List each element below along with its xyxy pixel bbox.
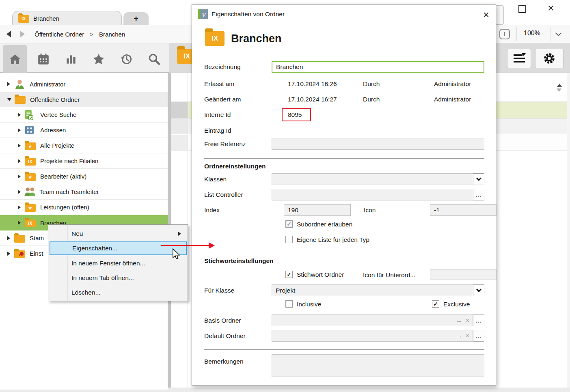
icon-unterordner-input[interactable] (430, 269, 497, 280)
expand-icon[interactable] (18, 159, 21, 163)
subordner-checkbox[interactable]: ✓ (285, 220, 293, 228)
field-label: Freie Referenz (204, 138, 246, 150)
clear-icon[interactable]: × (466, 332, 469, 340)
goto-arrow-icon[interactable]: → (456, 332, 462, 340)
sidebar-item-team-nach-teamleiter[interactable]: Team nach Teamleiter (0, 184, 168, 200)
clear-icon[interactable]: × (466, 317, 469, 324)
basis-ordner-input[interactable]: → × (272, 314, 473, 326)
browse-button[interactable]: … (473, 314, 484, 326)
home-button[interactable] (3, 45, 27, 73)
menu-item-eigenschaften[interactable]: Eigenschaften... (50, 241, 187, 255)
expand-icon[interactable] (18, 190, 21, 194)
notification-button[interactable]: ! (499, 29, 510, 39)
row-klassen: Klassen (204, 173, 484, 185)
checkbox-label: Inclusive (297, 300, 321, 308)
checkbox-label: Subordner erlauben (297, 220, 352, 228)
row-selector[interactable] (171, 135, 188, 151)
sidebar-item-adressen[interactable]: Adressen (0, 123, 168, 138)
row-interne-id: Interne Id 8095 (204, 109, 484, 121)
list-controller-input[interactable]: … (272, 189, 484, 200)
dropdown-button[interactable] (473, 284, 484, 296)
sidebar-item-bearbeiter-aktiv[interactable]: ★ Bearbeiter (aktiv) (0, 169, 168, 184)
menu-item-neues-fenster[interactable]: In neuem Fenster öffnen... (50, 256, 187, 270)
sidebar-item-vertec-suche[interactable]: Vertec Suche (0, 107, 168, 123)
field-label: Eintrag Id (204, 125, 231, 137)
collapse-toolbar-button[interactable] (556, 32, 561, 35)
ellipsis-icon: … (475, 191, 482, 198)
menu-label: Neu (71, 230, 83, 237)
field-label: Bemerkungen (204, 358, 244, 366)
expand-icon[interactable] (18, 113, 21, 117)
check-icon: ✓ (287, 221, 291, 227)
favorites-button[interactable] (87, 45, 110, 73)
section-heading-ordnereinstellungen: Ordnereinstellungen (204, 163, 266, 170)
goto-arrow-icon[interactable]: → (456, 317, 462, 324)
main-toolbar (0, 43, 169, 73)
zoom-level[interactable]: 100% (524, 30, 540, 37)
expand-icon[interactable] (7, 82, 10, 86)
index-input[interactable]: 190 (284, 204, 351, 216)
default-ordner-input[interactable]: → × (272, 330, 473, 342)
tab-branchen[interactable]: IX Branchen (12, 11, 122, 25)
menu-item-loeschen[interactable]: Löschen... (50, 286, 187, 299)
history-button[interactable] (114, 45, 138, 73)
expand-icon[interactable] (7, 236, 10, 240)
sort-desc-icon (557, 88, 561, 92)
maximize-button[interactable] (518, 5, 526, 13)
dialog-title: Eigenschaften von Ordner (212, 11, 285, 18)
sort-arrows[interactable] (557, 84, 562, 92)
collapse-icon[interactable] (7, 98, 11, 101)
vertical-scrollbar[interactable] (567, 73, 570, 390)
dialog-header-title: Branchen (231, 32, 282, 45)
list-menu-icon (514, 54, 525, 62)
sidebar-item-alle-projekte[interactable]: ★ Alle Projekte (0, 138, 168, 153)
window-close-button[interactable]: × (548, 4, 554, 13)
dialog-titlebar[interactable]: v Eigenschaften von Ordner (192, 4, 496, 24)
tree-label: Öffentliche Ordner (30, 96, 80, 103)
stichwort-ordner-checkbox[interactable]: ✓ (285, 271, 293, 278)
separator (551, 27, 551, 41)
expand-icon[interactable] (18, 144, 21, 148)
expand-icon[interactable] (18, 128, 21, 132)
expand-icon[interactable] (18, 221, 21, 225)
browse-button[interactable]: … (473, 189, 484, 200)
freie-referenz-input[interactable] (272, 138, 484, 150)
settings-button[interactable] (535, 49, 564, 68)
icon-unterordner-label: Icon für Unterord... (363, 269, 415, 281)
folder-icon (14, 235, 25, 243)
folder-ix-icon: IX (25, 220, 36, 227)
row-selector[interactable] (171, 119, 188, 134)
back-button[interactable] (6, 31, 11, 37)
new-tab-button[interactable]: + (123, 12, 149, 25)
row-fuer-klasse: Für Klasse Projekt (204, 284, 484, 297)
icon-input[interactable]: -1 (430, 204, 497, 216)
section-divider (204, 158, 484, 159)
breadcrumb-folder[interactable]: Öffentliche Ordner (35, 31, 84, 38)
menu-item-neuer-tab[interactable]: In neuem Tab öffnen... (50, 271, 187, 285)
sidebar-item-projekte-nach-filialen[interactable]: IX Projekte nach Filialen (0, 153, 168, 169)
inclusive-checkbox[interactable] (285, 300, 293, 308)
bezeichnung-input[interactable]: Branchen (272, 61, 484, 73)
expand-icon[interactable] (18, 205, 21, 209)
breadcrumb-current[interactable]: Branchen (99, 31, 125, 38)
fuer-klasse-dropdown[interactable]: Projekt (272, 284, 484, 296)
chart-button[interactable] (59, 45, 83, 73)
exclusive-checkbox[interactable]: ✓ (432, 300, 439, 308)
sidebar-item-administrator[interactable]: Administrator (0, 76, 168, 92)
forward-button[interactable] (20, 31, 25, 37)
search-button[interactable] (142, 45, 166, 73)
expand-icon[interactable] (7, 252, 10, 256)
bemerkungen-textarea[interactable] (272, 354, 484, 377)
eigene-liste-checkbox[interactable] (285, 236, 293, 243)
list-options-button[interactable] (507, 49, 531, 68)
dialog-close-button[interactable]: × (483, 9, 489, 21)
row-selector[interactable] (171, 102, 188, 118)
menu-item-neu[interactable]: Neu (50, 227, 187, 241)
calendar-button[interactable] (32, 45, 55, 73)
sidebar-item-oeffentliche-ordner[interactable]: Öffentliche Ordner (0, 92, 168, 107)
expand-icon[interactable] (18, 174, 21, 179)
klassen-dropdown[interactable] (272, 173, 484, 185)
browse-button[interactable]: … (473, 330, 484, 342)
sidebar-item-leistungen-offen[interactable]: ★ Leistungen (offen) (0, 200, 168, 215)
dropdown-button[interactable] (473, 173, 484, 185)
